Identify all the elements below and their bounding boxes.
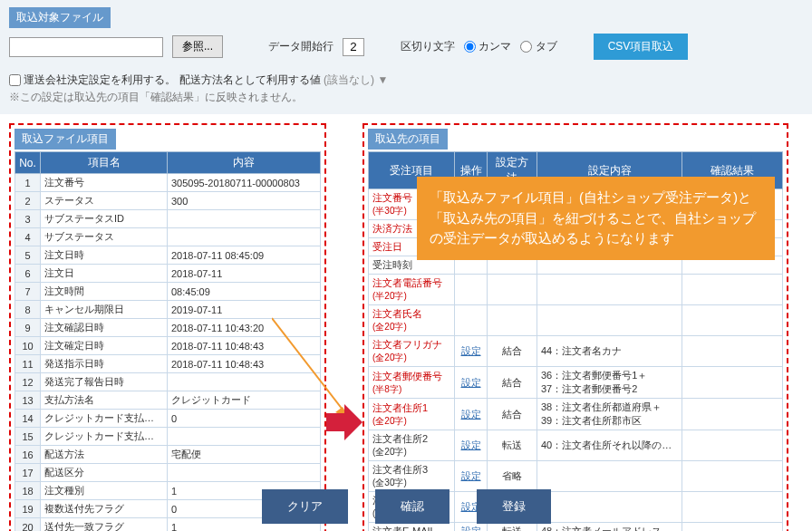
op-cell [455,275,488,305]
table-row: 13支払方法名クレジットカード [15,391,321,410]
row-no: 8 [15,301,41,319]
radio-comma[interactable] [464,41,476,53]
table-row: 14クレジットカード支払い方法0 [15,410,321,428]
row-name: ステータス [41,192,168,210]
row-val: 300 [168,192,321,210]
browse-button[interactable]: 参照... [172,35,223,58]
row-name: クレジットカード支払い回数 [41,428,168,446]
config-row-2: 運送会社決定設定を利用する。 配送方法名として利用する値 (該当なし) ▼ ※こ… [9,72,803,105]
row-no: 12 [15,373,41,391]
config-link[interactable]: 設定 [461,377,481,388]
table-row: 5注文日時2018-07-11 08:45:09 [15,246,321,265]
row-val: 2018-07-11 10:43:20 [168,319,321,337]
config-link[interactable]: 設定 [461,526,481,531]
section-title: 取込対象ファイル [9,7,111,28]
table-row: 注文者住所2(全20字)設定転送40：注文者住所それ以降の住所 [369,430,783,461]
row-no: 6 [15,265,41,283]
method-cell [488,305,537,336]
table-row: 注文者住所1(全20字)設定結合38：注文者住所都道府県＋39：注文者住所郡市区 [369,399,783,430]
content-cell [537,275,682,305]
confirm-button[interactable]: 確認 [375,489,450,524]
method-cell: 省略 [488,461,537,492]
row-no: 7 [15,283,41,301]
row-val: 2019-07-11 [168,301,321,319]
table-row: 1注文番号305095-20180711-00000803 [15,174,321,192]
shipping-checkbox-label[interactable]: 運送会社決定設定を利用する。 配送方法名として利用する値 [9,73,321,86]
file-path-input[interactable] [9,37,163,57]
table-row: 9注文確認日時2018-07-11 10:43:20 [15,319,321,337]
row-no: 15 [15,428,41,446]
data-start-input[interactable] [343,38,364,56]
radio-tab[interactable] [520,41,532,53]
row-val [168,210,321,228]
source-table-box: 取込ファイル項目 No.項目名内容 1注文番号305095-20180711-0… [9,123,326,531]
content-cell [537,305,682,336]
row-no: 11 [15,355,41,373]
delimiter-label: 区切り文字 [401,39,455,54]
method-cell: 結合 [488,367,537,399]
item-cell: 注文者電話番号(半20字) [369,275,455,305]
row-name: サブステータスID [41,210,168,228]
row-name: 支払方法名 [41,391,168,410]
op-cell: 設定 [455,430,488,461]
table-row: 7注文時間08:45:09 [15,283,321,301]
row-val: 2018-07-11 10:48:43 [168,337,321,355]
row-val [168,228,321,246]
op-cell: 設定 [455,399,488,430]
config-link[interactable]: 設定 [461,345,481,356]
svg-marker-1 [335,407,349,418]
row-name: 配送区分 [41,464,168,482]
config-link[interactable]: 設定 [461,409,481,420]
table-row: 2ステータス300 [15,192,321,210]
row-val: クレジットカード [168,391,321,410]
row-no: 13 [15,391,41,410]
row-val: 2018-07-11 10:48:43 [168,355,321,373]
row-no: 2 [15,192,41,210]
table-row: 注文者住所3(全30字)設定省略 [369,461,783,492]
row-name: 注文時間 [41,283,168,301]
row-name: サブステータス [41,228,168,246]
checkbox-suffix: (該当なし) [324,73,374,86]
row-name: クレジットカード支払い方法 [41,410,168,428]
config-link[interactable]: 設定 [461,470,481,481]
table-row: 10注文確定日時2018-07-11 10:48:43 [15,337,321,355]
radio-tab-label[interactable]: タブ [520,39,556,54]
table-row: 注文者郵便番号(半8字)設定結合36：注文者郵便番号1＋37：注文者郵便番号2 [369,367,783,399]
target-table-title: 取込先の項目 [368,129,448,150]
transfer-big-arrow-icon [326,404,362,440]
content-cell: 44：注文者名カナ [537,336,682,367]
file-config-panel: 取込対象ファイル 参照... データ開始行 区切り文字 カンマ タブ CSV項目… [0,0,812,114]
clear-button[interactable]: クリア [262,489,348,524]
result-cell [682,305,783,336]
row-name: 注文日 [41,265,168,283]
row-name: 発送指示日時 [41,355,168,373]
register-button[interactable]: 登録 [477,489,551,524]
row-no: 5 [15,246,41,265]
row-val [168,464,321,482]
item-cell: 注文者住所1(全20字) [369,399,455,430]
csv-import-button[interactable]: CSV項目取込 [594,34,689,60]
row-no: 17 [15,464,41,482]
table-row: 注文者氏名(全20字) [369,305,783,336]
row-name: 注文番号 [41,174,168,192]
help-callout: 「取込みファイル項目」(自社ショップ受注データ)と「取込み先の項目」を紐づけるこ… [417,177,775,260]
row-name: 注文確認日時 [41,319,168,337]
row-no: 4 [15,228,41,246]
table-row: 注文者フリガナ(全20字)設定結合44：注文者名カナ [369,336,783,367]
method-cell: 結合 [488,399,537,430]
shipping-checkbox[interactable] [9,74,21,86]
table-row: 4サブステータス [15,228,321,246]
radio-comma-label[interactable]: カンマ [464,39,511,54]
row-val [168,428,321,446]
content-cell: 38：注文者住所都道府県＋39：注文者住所郡市区 [537,399,682,430]
svg-marker-2 [326,404,362,440]
result-cell [682,275,783,305]
op-cell [455,305,488,336]
row-no: 16 [15,446,41,464]
item-cell: 注文者氏名(全20字) [369,305,455,336]
row-name: 発送完了報告日時 [41,373,168,391]
row-val: 2018-07-11 08:45:09 [168,246,321,265]
row-val: 08:45:09 [168,283,321,301]
data-start-label: データ開始行 [268,39,334,54]
config-link[interactable]: 設定 [461,439,481,450]
